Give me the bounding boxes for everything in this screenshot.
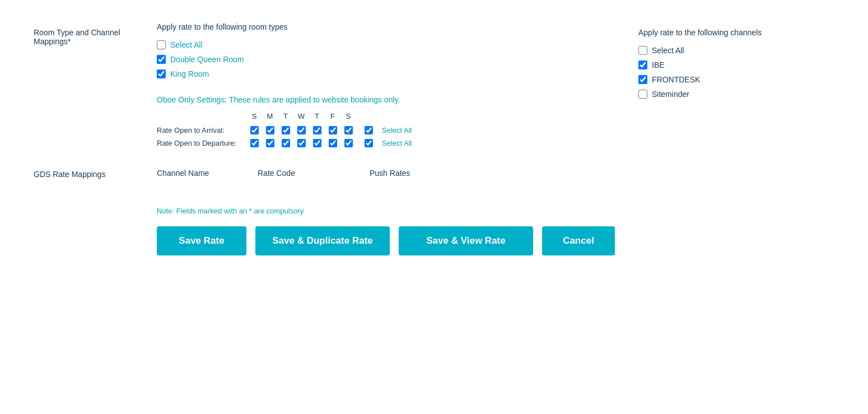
day-t1: T	[278, 112, 293, 120]
channel-ibe-row: IBE	[638, 61, 834, 69]
departure-row: Rate Open to Departure: Select All	[157, 139, 616, 147]
save-duplicate-button[interactable]: Save & Duplicate Rate	[255, 226, 390, 255]
right-section: Apply rate to the following channels Sel…	[638, 22, 834, 152]
departure-check-all	[361, 139, 376, 147]
save-view-button[interactable]: Save & View Rate	[399, 226, 533, 255]
days-header-row: S M T W T F S	[157, 112, 616, 123]
departure-select-all[interactable]: Select All	[382, 139, 412, 147]
gds-col-push: Push Rates	[370, 169, 470, 179]
room-type-double-queen-row: Double Queen Room	[157, 55, 616, 64]
departure-check-w	[293, 139, 309, 147]
room-type-double-queen-checkbox[interactable]	[157, 55, 166, 64]
channels-title: Apply rate to the following channels	[638, 28, 834, 37]
departure-check-t1	[278, 139, 293, 147]
departure-label: Rate Open to Departure:	[157, 139, 246, 147]
gds-table-headers: Channel Name Rate Code Push Rates	[157, 169, 470, 179]
room-type-king-checkbox[interactable]	[157, 69, 166, 78]
departure-check-f	[325, 139, 340, 147]
section-label: Room Type and Channel Mappings*	[34, 22, 157, 152]
channel-siteminder-label: Siteminder	[652, 90, 689, 99]
gds-col-rate: Rate Code	[258, 169, 370, 179]
gds-col-channel: Channel Name	[157, 169, 258, 179]
arrival-row: Rate Open to Arrival: Select All	[157, 126, 616, 134]
channel-ibe-checkbox[interactable]	[638, 61, 647, 69]
day-s1: S	[246, 112, 262, 120]
page-container: Room Type and Channel Mappings* Apply ra…	[0, 0, 868, 278]
arrival-check-s2	[340, 126, 356, 134]
arrival-check-t1	[278, 126, 293, 134]
day-m: M	[262, 112, 278, 120]
channel-ibe-label: IBE	[652, 61, 665, 69]
arrival-check-s1	[246, 126, 262, 134]
arrival-select-all[interactable]: Select All	[382, 126, 412, 134]
note-section: Note: Fields marked with an * are compul…	[34, 207, 834, 215]
middle-section: Apply rate to the following room types S…	[157, 22, 638, 152]
room-type-select-all-label: Select All	[170, 40, 203, 49]
save-rate-button[interactable]: Save Rate	[157, 226, 246, 255]
room-type-king-row: King Room	[157, 69, 616, 78]
arrival-label: Rate Open to Arrival:	[157, 126, 246, 134]
departure-check-s2	[340, 139, 356, 147]
arrival-check-w	[293, 126, 309, 134]
day-f: F	[325, 112, 340, 120]
room-type-double-queen-label: Double Queen Room	[170, 55, 244, 64]
oboe-title-static: Oboe Only Settings:	[157, 95, 229, 104]
oboe-title: Oboe Only Settings: These rules are appl…	[157, 95, 616, 104]
channel-select-all-checkbox[interactable]	[638, 46, 647, 55]
arrival-check-t2	[309, 126, 325, 134]
arrival-check-all	[361, 126, 376, 134]
channel-siteminder-row: Siteminder	[638, 90, 834, 99]
cancel-button[interactable]: Cancel	[542, 226, 615, 255]
channel-frontdesk-row: FRONTDESK	[638, 75, 834, 84]
arrival-checkboxes: Select All	[246, 126, 412, 134]
departure-check-m	[262, 139, 278, 147]
departure-checkboxes: Select All	[246, 139, 412, 147]
main-section: Room Type and Channel Mappings* Apply ra…	[34, 22, 834, 152]
day-t2: T	[309, 112, 325, 120]
arrival-check-f	[325, 126, 340, 134]
room-type-select-all-checkbox[interactable]	[157, 40, 166, 49]
day-w: W	[293, 112, 309, 120]
departure-check-s1	[246, 139, 262, 147]
departure-check-t2	[309, 139, 325, 147]
channel-select-all-label: Select All	[652, 46, 684, 55]
channel-select-all-row: Select All	[638, 46, 834, 55]
note-text: Note: Fields marked with an * are compul…	[157, 207, 834, 215]
gds-section: GDS Rate Mappings Channel Name Rate Code…	[34, 169, 834, 179]
days-header: S M T W T F S	[246, 112, 356, 120]
room-types-title: Apply rate to the following room types	[157, 22, 616, 31]
oboe-title-dynamic: These rules are applied to website booki…	[229, 95, 400, 104]
oboe-section: Oboe Only Settings: These rules are appl…	[157, 95, 616, 147]
channel-frontdesk-label: FRONTDESK	[652, 75, 700, 84]
room-type-select-all-row: Select All	[157, 40, 616, 49]
channel-siteminder-checkbox[interactable]	[638, 90, 647, 99]
day-s2: S	[340, 112, 356, 120]
room-type-king-label: King Room	[170, 69, 209, 78]
buttons-row: Save Rate Save & Duplicate Rate Save & V…	[34, 226, 834, 255]
channel-frontdesk-checkbox[interactable]	[638, 75, 647, 84]
gds-label: GDS Rate Mappings	[34, 169, 157, 179]
arrival-check-m	[262, 126, 278, 134]
channel-items: IBE FRONTDESK Siteminder	[638, 61, 834, 99]
